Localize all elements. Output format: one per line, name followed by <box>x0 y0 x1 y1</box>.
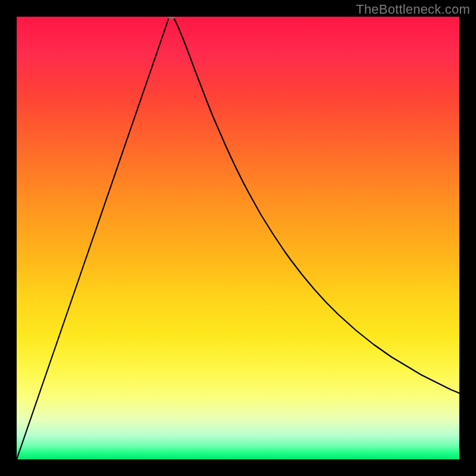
bottleneck-curve <box>17 17 459 459</box>
chart-frame: TheBottleneck.com <box>0 0 476 476</box>
watermark-text: TheBottleneck.com <box>356 2 470 17</box>
plot-area <box>17 17 459 459</box>
